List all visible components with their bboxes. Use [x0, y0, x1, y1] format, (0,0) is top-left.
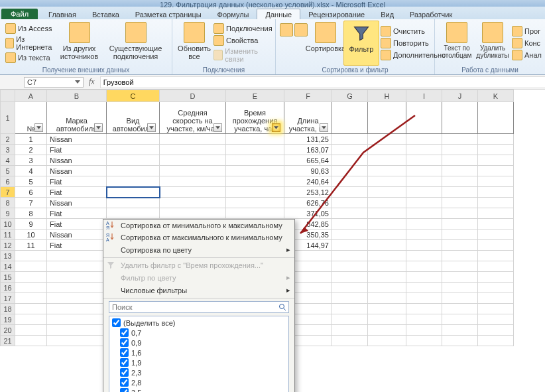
cell[interactable]	[442, 314, 478, 325]
cell[interactable]	[442, 240, 478, 251]
header-cell[interactable]	[406, 102, 442, 134]
sort-asc-icon[interactable]	[280, 23, 293, 36]
cell[interactable]	[442, 187, 478, 198]
cell[interactable]	[368, 325, 406, 336]
row-header[interactable]: 10	[1, 219, 15, 229]
tab-Вид[interactable]: Вид	[373, 9, 402, 19]
cell[interactable]	[368, 145, 406, 155]
cell[interactable]	[47, 304, 107, 314]
filter-checkbox[interactable]	[120, 368, 129, 377]
cell[interactable]	[442, 229, 478, 240]
cell[interactable]	[226, 166, 284, 176]
filter-checkbox[interactable]	[120, 358, 129, 367]
row-header[interactable]: 11	[1, 229, 15, 240]
cell[interactable]	[226, 134, 284, 145]
cell[interactable]	[226, 176, 284, 187]
cell[interactable]: 4	[15, 166, 47, 176]
cell[interactable]	[15, 304, 47, 314]
row-header[interactable]: 14	[1, 261, 15, 272]
cell[interactable]	[15, 293, 47, 304]
cell[interactable]	[332, 304, 368, 314]
cell[interactable]	[406, 229, 442, 240]
cell[interactable]	[442, 293, 478, 304]
existing-connections[interactable]: Существующие подключения	[103, 21, 168, 66]
cell[interactable]	[442, 145, 478, 155]
row-header[interactable]: 2	[1, 134, 15, 145]
cell[interactable]	[406, 240, 442, 251]
cell[interactable]	[368, 198, 406, 208]
tab-Главная[interactable]: Главная	[40, 9, 84, 19]
cell[interactable]	[332, 240, 368, 251]
cell[interactable]	[160, 208, 226, 219]
cell[interactable]	[332, 272, 368, 283]
connections[interactable]: Подключения	[212, 23, 274, 34]
cell[interactable]	[442, 325, 478, 336]
filter-checkbox[interactable]	[120, 388, 129, 392]
cell[interactable]	[442, 261, 478, 272]
cell[interactable]	[368, 155, 406, 166]
cell[interactable]	[368, 314, 406, 325]
row-header[interactable]: 20	[1, 325, 15, 336]
filter-search-input[interactable]	[109, 301, 289, 313]
cell[interactable]: 90,63	[284, 166, 332, 176]
header-cell[interactable]	[332, 102, 368, 134]
tab-Разметка страницы[interactable]: Разметка страницы	[127, 9, 210, 19]
cell[interactable]	[226, 187, 284, 198]
cell[interactable]	[478, 166, 514, 176]
row-header[interactable]: 16	[1, 283, 15, 293]
cell[interactable]	[406, 166, 442, 176]
cell[interactable]	[478, 208, 514, 219]
cell[interactable]	[406, 293, 442, 304]
row-header[interactable]: 19	[1, 314, 15, 325]
cell[interactable]	[368, 272, 406, 283]
cell[interactable]	[226, 198, 284, 208]
cell[interactable]: Nissan	[47, 198, 107, 208]
filter-value[interactable]: 2,8	[111, 377, 287, 387]
cell[interactable]	[368, 293, 406, 304]
text-to-columns[interactable]: Текст по столбцам	[439, 21, 475, 66]
consolidate[interactable]: Конс	[511, 37, 543, 49]
cell[interactable]	[332, 166, 368, 176]
col-header-E[interactable]: E	[226, 90, 284, 102]
row-header[interactable]: 5	[1, 166, 15, 176]
cell[interactable]: Fiat	[47, 145, 107, 155]
cell[interactable]	[368, 261, 406, 272]
row-header[interactable]: 21	[1, 336, 15, 346]
cell[interactable]	[15, 261, 47, 272]
cell[interactable]	[368, 229, 406, 240]
filter-dropdown-btn[interactable]	[147, 123, 156, 132]
cell[interactable]: 8	[15, 208, 47, 219]
cell[interactable]	[442, 166, 478, 176]
cell[interactable]	[47, 293, 107, 304]
cell[interactable]	[368, 208, 406, 219]
cell[interactable]	[406, 219, 442, 229]
cell[interactable]	[47, 272, 107, 283]
sort-desc[interactable]: ЯA Сортировка от максимального к минимал…	[103, 231, 294, 243]
cell[interactable]	[406, 176, 442, 187]
cell[interactable]: 1	[15, 134, 47, 145]
cell[interactable]	[442, 198, 478, 208]
row-header[interactable]: 6	[1, 176, 15, 187]
filter-dropdown-btn[interactable]	[320, 123, 328, 132]
cell[interactable]	[107, 176, 160, 187]
cell[interactable]	[332, 187, 368, 198]
tab-Вставка[interactable]: Вставка	[84, 9, 127, 19]
cell[interactable]: Fiat	[47, 176, 107, 187]
col-header-F[interactable]: F	[284, 90, 332, 102]
cell[interactable]	[47, 325, 107, 336]
cell[interactable]: Nissan	[47, 134, 107, 145]
sort-button[interactable]: Сортировка	[308, 21, 343, 66]
cell[interactable]	[332, 283, 368, 293]
cell[interactable]: 10	[15, 229, 47, 240]
cell[interactable]: Fiat	[47, 208, 107, 219]
filter-dropdown-btn[interactable]	[272, 123, 280, 132]
cell[interactable]	[160, 166, 226, 176]
col-header-K[interactable]: K	[478, 90, 514, 102]
cell[interactable]	[406, 261, 442, 272]
header-cell[interactable]: Длина участка, км	[284, 102, 332, 134]
row-header[interactable]: 3	[1, 145, 15, 155]
cell[interactable]	[478, 134, 514, 145]
cell[interactable]	[107, 134, 160, 145]
header-cell[interactable]: Марка автомобиля	[47, 102, 107, 134]
filter-checkbox[interactable]	[120, 328, 129, 337]
